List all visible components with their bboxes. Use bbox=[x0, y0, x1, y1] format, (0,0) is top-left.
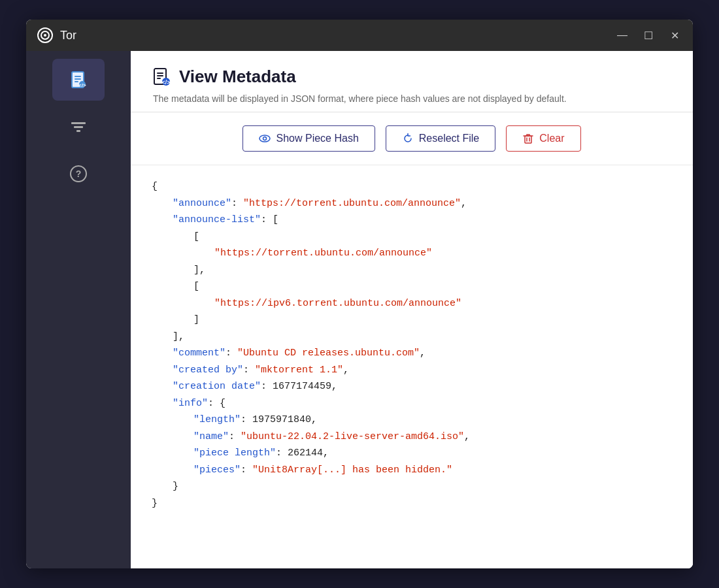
json-announce-list-inner2-open: [ bbox=[152, 278, 672, 295]
svg-rect-11 bbox=[76, 130, 80, 132]
json-url1: "https://torrent.ubuntu.com/announce" bbox=[152, 245, 672, 262]
svg-point-21 bbox=[263, 137, 267, 140]
json-created-by: "created by": "mktorrent 1.1", bbox=[152, 362, 672, 379]
json-creation-date: "creation date": 1677174459, bbox=[152, 378, 672, 395]
sidebar-item-metadata[interactable]: </> bbox=[52, 59, 105, 101]
reselect-file-button[interactable]: Reselect File bbox=[386, 125, 495, 152]
filter-icon bbox=[69, 117, 88, 137]
json-announce-list-key: "announce-list": [ bbox=[152, 212, 672, 229]
titlebar-controls: — ☐ ✕ bbox=[614, 27, 682, 43]
json-line-open-brace: { bbox=[152, 178, 672, 195]
json-info-close: } bbox=[152, 478, 672, 495]
json-display[interactable]: { "announce": "https://torrent.ubuntu.co… bbox=[131, 165, 693, 568]
svg-point-2 bbox=[44, 34, 46, 37]
svg-rect-17 bbox=[157, 78, 161, 79]
json-url2: "https://ipv6.torrent.ubuntu.com/announc… bbox=[152, 295, 672, 312]
svg-rect-6 bbox=[75, 81, 78, 82]
json-announce-list-inner1-close: ], bbox=[152, 262, 672, 279]
svg-text:</>: </> bbox=[161, 79, 170, 86]
json-comment: "comment": "Ubuntu CD releases.ubuntu.co… bbox=[152, 345, 672, 362]
svg-rect-4 bbox=[75, 76, 81, 77]
sidebar-item-filter[interactable] bbox=[52, 106, 105, 148]
page-icon: </> bbox=[152, 67, 171, 87]
json-announce-list-inner1-open: [ bbox=[152, 229, 672, 246]
svg-text:</>: </> bbox=[78, 82, 86, 88]
tor-logo-icon bbox=[37, 27, 54, 44]
json-announce-list-inner2-close: ] bbox=[152, 312, 672, 329]
json-piece-length: "piece length": 262144, bbox=[152, 445, 672, 462]
sidebar-item-help[interactable]: ? bbox=[52, 153, 105, 195]
page-header: </> View Metadata The metadata will be d… bbox=[131, 51, 693, 112]
show-piece-hash-label: Show Piece Hash bbox=[276, 133, 358, 144]
svg-rect-9 bbox=[71, 122, 86, 124]
titlebar-left: Tor bbox=[37, 27, 76, 44]
app-window: Tor — ☐ ✕ </> bbox=[26, 20, 693, 568]
titlebar: Tor — ☐ ✕ bbox=[26, 20, 693, 51]
app-title: Tor bbox=[60, 29, 76, 42]
json-announce-list-close: ], bbox=[152, 329, 672, 346]
clear-label: Clear bbox=[539, 133, 564, 144]
svg-rect-16 bbox=[157, 75, 163, 76]
page-subtitle: The metadata will be displayed in JSON f… bbox=[153, 93, 672, 104]
svg-point-20 bbox=[259, 135, 270, 142]
svg-rect-5 bbox=[75, 78, 81, 80]
reselect-file-label: Reselect File bbox=[419, 133, 479, 144]
close-button[interactable]: ✕ bbox=[667, 27, 682, 43]
svg-rect-15 bbox=[157, 73, 163, 74]
svg-text:?: ? bbox=[76, 169, 82, 179]
json-length: "length": 1975971840, bbox=[152, 412, 672, 429]
svg-rect-22 bbox=[525, 136, 531, 143]
reselect-icon bbox=[402, 133, 414, 144]
metadata-icon: </> bbox=[69, 70, 88, 90]
app-body: </> ? bbox=[26, 51, 693, 568]
json-info-key: "info": { bbox=[152, 395, 672, 412]
json-close-brace: } bbox=[152, 495, 672, 512]
sidebar: </> ? bbox=[26, 51, 131, 568]
json-pieces: "pieces": "Unit8Array[...] has been hidd… bbox=[152, 462, 672, 479]
clear-button[interactable]: Clear bbox=[506, 125, 580, 152]
trash-icon bbox=[522, 133, 534, 144]
page-title: View Metadata bbox=[179, 67, 296, 87]
show-piece-hash-button[interactable]: Show Piece Hash bbox=[242, 125, 375, 152]
svg-rect-10 bbox=[74, 126, 83, 128]
help-icon: ? bbox=[69, 164, 88, 184]
maximize-button[interactable]: ☐ bbox=[641, 27, 656, 43]
main-content: </> View Metadata The metadata will be d… bbox=[131, 51, 693, 568]
minimize-button[interactable]: — bbox=[614, 27, 630, 43]
toolbar: Show Piece Hash Reselect File bbox=[131, 112, 693, 165]
eye-icon bbox=[259, 133, 271, 144]
page-title-row: </> View Metadata bbox=[152, 67, 672, 87]
json-name: "name": "ubuntu-22.04.2-live-server-amd6… bbox=[152, 429, 672, 446]
json-announce: "announce": "https://torrent.ubuntu.com/… bbox=[152, 195, 672, 212]
